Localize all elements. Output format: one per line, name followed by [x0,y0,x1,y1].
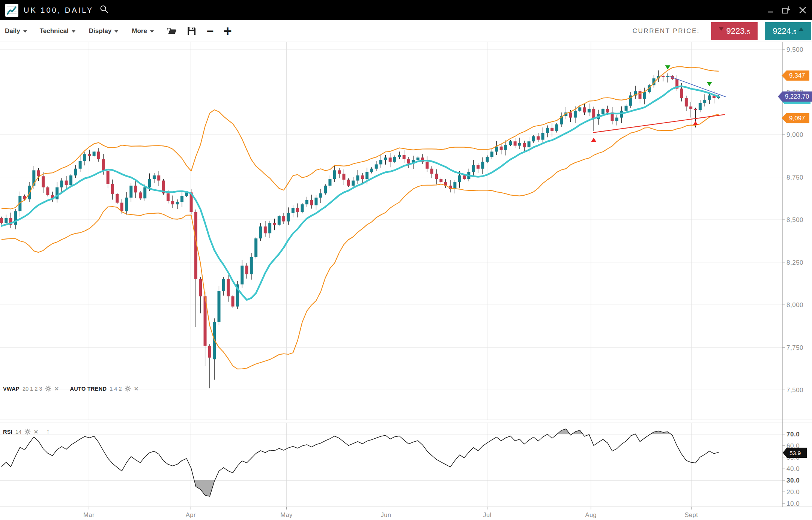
candle-up [314,198,317,205]
candle-up [578,107,581,111]
price-chart-canvas[interactable]: 9,5009,2509,0008,7508,5008,2508,0007,750… [0,0,812,520]
candle-up [356,175,359,181]
bollinger-lower-band [2,114,719,369]
candle-up [601,109,604,114]
svg-text:Jul: Jul [483,511,492,518]
technical-menu-label: Technical [40,27,69,35]
candle-up [528,141,531,147]
buy-signal-icon [693,121,698,125]
minimize-button[interactable] [767,6,774,14]
gear-icon[interactable] [45,385,51,392]
rsi-line [2,429,719,496]
candle-up [453,182,456,189]
candle-up [398,155,401,157]
candle-up [666,76,669,77]
candle-up [588,109,591,112]
candle-up [324,186,327,193]
candle-up [148,179,151,187]
candle-up [625,106,628,111]
candle-up [546,128,549,133]
save-icon[interactable] [187,26,196,36]
candle-up [699,103,702,110]
candle-up [708,96,711,100]
candle-up [365,172,368,179]
candle-up [458,175,461,182]
candle-down [107,171,110,184]
svg-text:9,000: 9,000 [786,131,803,138]
svg-text:8,250: 8,250 [786,259,803,266]
candle-up [301,204,304,212]
chevron-down-icon [72,30,75,33]
candle-down [500,147,503,150]
buy-price-button[interactable]: 9224. 5 [765,22,811,40]
remove-indicator-icon[interactable]: × [34,428,38,435]
candle-down [569,112,572,118]
candle-down [139,192,142,198]
remove-indicator-icon[interactable]: × [134,385,138,392]
gear-icon[interactable] [24,429,31,435]
candle-down [338,170,341,174]
candle-down [134,186,137,192]
svg-text:8,000: 8,000 [786,301,803,309]
zoom-in-button[interactable]: + [224,24,232,38]
timeframe-menu-label: Daily [5,27,20,35]
svg-text:70.0: 70.0 [786,431,800,438]
gear-icon[interactable] [125,385,131,392]
candle-up [241,266,244,285]
candle-down [426,162,429,169]
technical-menu[interactable]: Technical [40,27,75,35]
svg-text:9,500: 9,500 [786,46,803,53]
candle-up [218,291,221,322]
close-button[interactable] [798,6,807,14]
candle-up [278,216,281,225]
candle-down [282,216,285,222]
candle-down [463,175,466,179]
svg-text:8,750: 8,750 [786,174,803,181]
candle-down [42,176,45,187]
zoom-out-button[interactable]: − [207,25,214,37]
buy-price-value: 9224. [773,26,793,36]
candle-down [227,279,230,296]
rsi-value-tag: 53.9 [783,448,807,458]
candle-up [254,238,257,257]
candle-down [167,193,170,201]
candle-up [504,145,507,150]
svg-text:40.0: 40.0 [786,465,800,472]
rsi-indicator-params: 14 [15,429,21,435]
sell-price-button[interactable]: 9223. 5 [711,22,758,40]
candle-down [171,201,174,204]
remove-indicator-icon[interactable]: × [54,385,59,392]
rsi-oversold-fill [2,429,719,496]
timeframe-menu[interactable]: Daily [5,27,27,35]
candle-up [60,181,63,187]
candle-down [88,154,91,156]
candle-down [245,266,248,274]
candle-up [268,223,271,233]
sell-signal-icon [707,82,712,86]
rsi-axis-labels: 70.060.050.040.030.020.010.0 [782,431,800,507]
more-menu[interactable]: More [132,27,154,35]
rsi-indicator-row: RSI 14 × ↑ [3,428,50,435]
search-icon[interactable] [99,4,109,16]
candle-down [537,136,540,140]
open-folder-icon[interactable] [167,27,177,36]
candle-up [83,154,86,161]
candle-up [379,160,382,164]
candle-up [532,136,535,142]
svg-text:Jun: Jun [381,511,391,518]
candle-down [199,279,202,296]
candle-down [208,346,211,358]
rsi-overbought-fill [2,429,719,496]
candle-down [102,159,105,171]
candle-down [65,181,68,185]
candle-up [574,111,577,117]
candle-down [389,157,392,162]
candle-up [352,181,355,186]
display-menu[interactable]: Display [89,27,118,35]
candle-up [541,133,544,139]
popout-button[interactable] [781,6,791,15]
move-pane-up-icon[interactable]: ↑ [46,428,50,435]
candle-up [125,198,128,211]
gridlines [0,42,782,507]
bollinger-upper-band [2,67,719,209]
